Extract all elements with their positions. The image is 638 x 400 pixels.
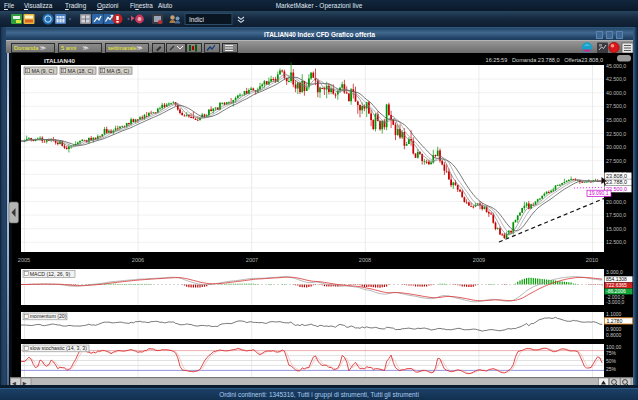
svg-text:2009: 2009 [473, 257, 485, 263]
svg-text:2005: 2005 [18, 257, 30, 263]
svg-text:-3.000,0: -3.000,0 [606, 299, 625, 305]
svg-text:16:25:59 Domanda 23.788,0: 16:25:59 Domanda 23.788,0 Offerta23.808,… [486, 57, 603, 63]
svg-text:20.000,0: 20.000,0 [606, 199, 626, 205]
svg-text:23.808,0: 23.808,0 [606, 173, 627, 179]
svg-text:MA (5, C): MA (5, C) [107, 68, 130, 74]
svg-text:27.500,0: 27.500,0 [606, 158, 626, 164]
svg-text:37.500,0: 37.500,0 [606, 103, 626, 109]
svg-text:MA (9, C): MA (9, C) [32, 68, 55, 74]
svg-text:23.788,0: 23.788,0 [606, 179, 627, 185]
svg-text:100,00: 100,00 [606, 344, 622, 350]
svg-text:17.500,0: 17.500,0 [606, 212, 626, 218]
svg-text:2010: 2010 [586, 257, 598, 263]
svg-text:50%: 50% [606, 358, 617, 364]
svg-text:2008: 2008 [359, 257, 371, 263]
svg-text:0.8000: 0.8000 [606, 332, 622, 338]
svg-text:15.000,0: 15.000,0 [606, 226, 626, 232]
svg-text:12.500,0: 12.500,0 [606, 239, 626, 245]
svg-text:722.6365: 722.6365 [606, 282, 627, 288]
svg-text:ITALIAN40: ITALIAN40 [44, 57, 75, 64]
svg-text:MA (18, C): MA (18, C) [68, 68, 94, 74]
svg-text:1.2780: 1.2780 [607, 318, 623, 324]
svg-text:25%: 25% [606, 366, 617, 372]
svg-text:32.500,0: 32.500,0 [606, 131, 626, 137]
svg-text:854.1308: 854.1308 [606, 276, 627, 282]
svg-text:MACD (12, 26, 9): MACD (12, 26, 9) [30, 271, 71, 277]
svg-text:2007: 2007 [246, 257, 258, 263]
svg-text:1.1000: 1.1000 [606, 311, 622, 317]
svg-text:42.500,0: 42.500,0 [606, 76, 626, 82]
svg-text:3.000,0: 3.000,0 [606, 269, 623, 275]
svg-text:momentum (20): momentum (20) [30, 313, 67, 319]
svg-text:45.000,0: 45.000,0 [606, 63, 626, 69]
svg-text:2006: 2006 [132, 257, 144, 263]
svg-text:30.000,0: 30.000,0 [606, 144, 626, 150]
svg-text:19.090,1: 19.090,1 [589, 190, 609, 196]
svg-text:35.000,0: 35.000,0 [606, 117, 626, 123]
svg-text:slow stochastic (14, 3, 3): slow stochastic (14, 3, 3) [30, 345, 87, 351]
svg-text:75%: 75% [606, 350, 617, 356]
svg-text:40.000,0: 40.000,0 [606, 90, 626, 96]
